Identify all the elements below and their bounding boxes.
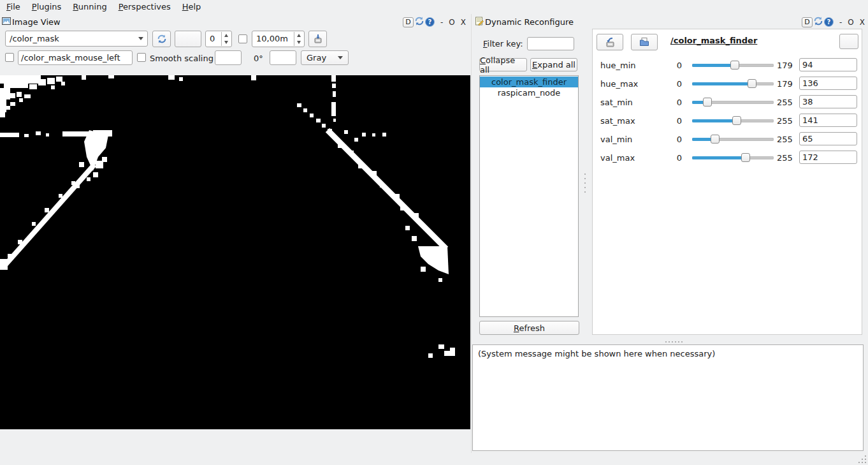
dock-button[interactable]: D [403,17,414,27]
pane-splitter-handle[interactable] [584,173,586,193]
zoom-spinbox-value: 0 [210,34,215,43]
color-scheme-value: Gray [307,53,326,63]
rotate-right-field[interactable] [270,50,296,65]
image-view-dock-controls: D ? - O X [403,16,466,28]
help-icon[interactable]: ? [425,17,435,27]
param-min-label: 0 [656,116,682,126]
reload-plugin-icon[interactable] [813,16,823,28]
param-value-input[interactable] [799,95,857,108]
minimize-button[interactable]: - [839,18,842,27]
param-row: hue_min0179 [593,56,862,75]
reload-plugin-icon[interactable] [414,16,424,28]
dock-button[interactable]: D [802,17,813,27]
spinner-arrows[interactable] [294,32,303,46]
param-min-label: 0 [656,98,682,107]
publish-mouse-checkbox[interactable] [5,53,14,62]
refresh-topics-button[interactable] [152,31,171,47]
menu-item-file[interactable]: File [6,2,20,11]
param-slider-handle[interactable] [748,79,756,88]
status-panel: (System message might be shown here when… [472,344,864,451]
save-config-button[interactable] [597,34,623,50]
param-min-label: 0 [656,135,682,144]
param-value-input[interactable] [799,114,857,127]
menu-bar: FilePluginsRunningPerspectivesHelp [0,0,868,13]
node-list-item[interactable]: raspicam_node [480,87,578,98]
menu-item-perspectives[interactable]: Perspectives [119,2,171,11]
param-slider-handle[interactable] [732,116,741,125]
rotate-left-field[interactable] [215,50,242,65]
param-slider-handle[interactable] [730,61,739,70]
open-config-button[interactable] [631,34,658,50]
param-max-label: 255 [777,153,793,163]
filter-key-input[interactable] [527,37,574,50]
maximize-button[interactable]: O [449,18,454,27]
param-slider-handle[interactable] [711,135,720,144]
spinner-arrows[interactable] [221,32,231,46]
param-slider[interactable] [692,61,774,70]
param-min-label: 0 [656,61,682,70]
param-max-label: 179 [777,79,793,89]
param-name: sat_max [600,116,635,126]
param-row: hue_max0179 [593,75,862,93]
param-max-label: 255 [777,135,793,144]
param-slider-handle[interactable] [741,153,750,162]
dynamic-reconfigure-title: Dynamic Reconfigure [485,17,574,27]
node-list[interactable]: color_mask_finderraspicam_node [479,75,579,317]
window-resize-grip[interactable] [857,454,866,463]
param-slider[interactable] [692,153,774,163]
param-value-input[interactable] [799,77,857,90]
mask-shapes [0,75,470,429]
param-slider-handle[interactable] [703,98,712,107]
param-slider[interactable] [692,116,774,126]
node-list-item[interactable]: color_mask_finder [480,77,578,87]
close-node-button[interactable] [839,34,858,49]
collapse-all-button[interactable]: Collapse all [479,58,527,71]
menu-item-running[interactable]: Running [73,2,106,11]
image-view-icon [2,17,11,27]
param-slider[interactable] [692,79,774,89]
save-image-button[interactable] [308,31,327,47]
blank-button[interactable] [175,31,201,47]
param-row: sat_max0255 [593,112,862,130]
refresh-nodes-button[interactable]: Refresh [479,321,579,335]
zoom-spinbox[interactable]: 0 [205,31,232,47]
camera-image-view[interactable] [0,75,470,429]
dynamic-reconfigure-titlebar: Dynamic Reconfigure [475,15,574,28]
param-value-input[interactable] [799,151,857,164]
max-range-spinbox[interactable]: 10,00m [252,31,305,47]
color-scheme-combobox[interactable]: Gray [301,50,349,65]
param-row: val_min0255 [593,130,862,149]
chevron-down-icon [338,56,343,59]
menu-item-plugins[interactable]: Plugins [32,2,62,11]
param-min-label: 0 [656,79,682,89]
image-view-title: Image View [12,17,61,27]
expand-all-button[interactable]: Expand all [530,58,577,71]
smooth-scaling-checkbox[interactable] [137,53,146,62]
smooth-scaling-label: Smooth scaling [150,54,213,63]
param-slider[interactable] [692,98,774,107]
maximize-button[interactable]: O [848,18,853,27]
rotation-label: 0° [254,54,263,63]
node-name-title[interactable]: /color_mask_finder [670,36,757,45]
parameter-panel: /color_mask_finder hue_min0179hue_max017… [592,29,862,335]
param-min-label: 0 [656,153,682,163]
close-button[interactable]: X [461,18,466,27]
param-slider[interactable] [692,135,774,144]
image-topic-combobox[interactable]: /color_mask [5,31,148,47]
expand-all-label: Expand all [532,60,575,70]
dock-separator[interactable] [471,14,472,453]
dynamic-range-checkbox[interactable] [238,34,247,43]
param-name: hue_max [600,79,638,89]
param-value-input[interactable] [799,58,857,71]
max-range-value: 10,00m [256,34,288,43]
mouse-topic-field[interactable]: /color_mask_mouse_left [18,50,133,65]
dock-splitter-handle[interactable] [665,341,683,343]
param-value-input[interactable] [799,132,857,145]
param-name: val_min [600,135,632,144]
collapse-all-label: Collapse all [480,55,526,75]
close-button[interactable]: X [860,18,865,27]
menu-item-help[interactable]: Help [182,2,201,11]
help-icon[interactable]: ? [824,17,834,27]
image-view-titlebar: Image View [2,15,61,28]
minimize-button[interactable]: - [440,18,443,27]
